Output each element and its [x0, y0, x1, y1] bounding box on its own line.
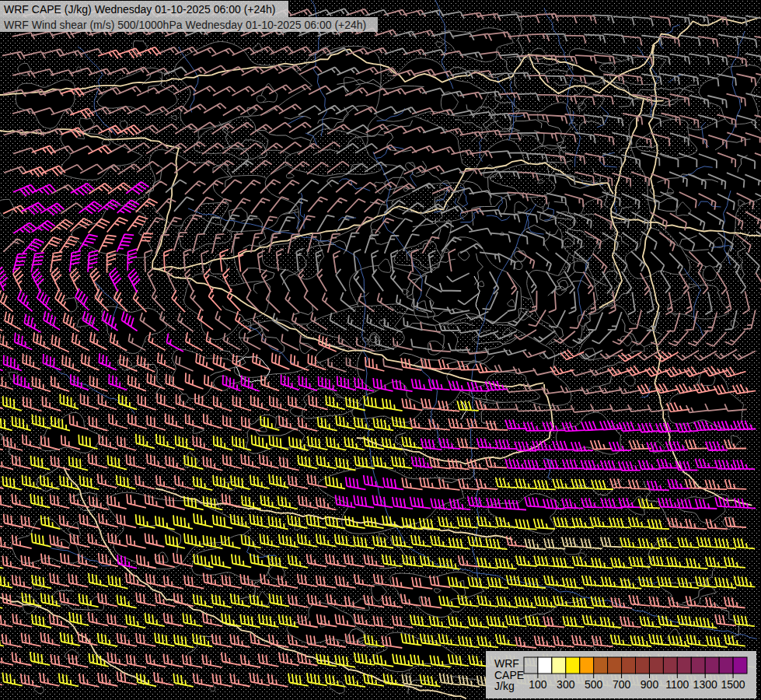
- svg-text:300: 300: [557, 678, 575, 691]
- svg-text:1100: 1100: [665, 678, 689, 691]
- svg-text:1500: 1500: [721, 678, 745, 691]
- svg-text:1300: 1300: [693, 678, 717, 691]
- svg-text:900: 900: [641, 678, 659, 691]
- svg-text:500: 500: [585, 678, 603, 691]
- svg-text:700: 700: [613, 678, 631, 691]
- svg-text:100: 100: [529, 678, 547, 691]
- svg-text:J/kg: J/kg: [494, 680, 515, 692]
- svg-text:WRF CAPE (J/kg) Wednesday 01-1: WRF CAPE (J/kg) Wednesday 01-10-2025 06:…: [4, 3, 276, 16]
- svg-text:WRF Wind shear (m/s) 500/1000h: WRF Wind shear (m/s) 500/1000hPa Wednesd…: [4, 19, 366, 31]
